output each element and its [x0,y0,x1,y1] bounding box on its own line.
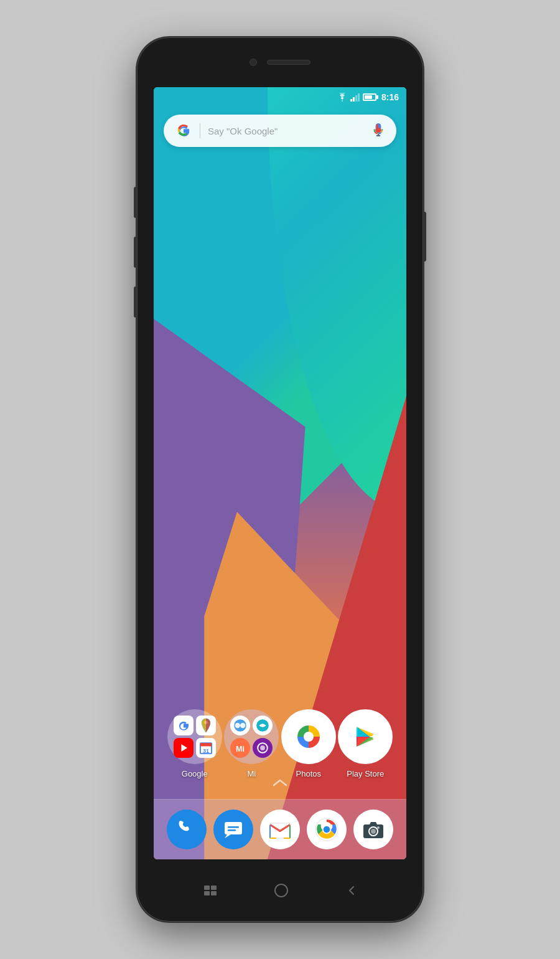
mi-folder[interactable]: Mi Mi [224,709,279,778]
photos-label: Photos [296,769,321,778]
svg-rect-3 [358,93,360,102]
battery-icon [363,93,376,101]
svg-point-14 [235,723,240,728]
svg-rect-11 [200,743,212,746]
maps-app-icon[interactable] [196,716,216,735]
status-time: 8:16 [381,92,399,102]
bottom-dock [154,800,406,859]
home-button[interactable] [274,884,288,897]
svg-rect-43 [211,886,217,890]
chrome-app[interactable] [307,810,347,849]
mic-icon[interactable] [370,123,386,139]
svg-rect-24 [225,822,242,834]
svg-text:31: 31 [203,748,209,754]
status-bar: 8:16 [154,87,406,107]
mi-app4-icon[interactable] [253,738,273,758]
google-search-bar[interactable]: Say "Ok Google" [164,115,396,147]
phone-device: 8:16 Say "Ok Google" [137,37,423,922]
phone-nav-bar [137,859,423,922]
svg-marker-9 [181,744,187,752]
svg-rect-0 [350,99,352,102]
mi-folder-icon[interactable]: Mi [224,709,279,764]
google-folder-icon[interactable]: 31 [167,709,222,764]
google-logo [174,121,194,141]
photos-app[interactable]: Photos [281,709,336,778]
svg-rect-44 [204,891,210,895]
svg-point-40 [371,829,376,834]
svg-rect-46 [275,884,287,897]
svg-text:Mi: Mi [236,745,245,754]
signal-icon [350,93,360,102]
youtube-app-icon[interactable] [174,738,194,758]
search-placeholder: Say "Ok Google" [208,126,370,136]
svg-marker-25 [225,834,231,838]
svg-point-19 [260,745,265,750]
phone-app[interactable] [167,810,207,849]
search-divider [200,123,200,138]
app-drawer-arrow[interactable] [271,777,289,791]
mi-app2-icon[interactable] [253,716,273,735]
calendar-app-icon[interactable]: 31 [196,738,216,758]
play-store-icon[interactable] [338,709,393,764]
google-folder[interactable]: 31 Google [167,709,222,778]
gmail-app[interactable] [260,810,300,849]
svg-rect-42 [204,886,210,890]
back-button[interactable] [345,884,357,897]
svg-point-21 [304,732,314,742]
svg-rect-2 [355,95,357,102]
svg-rect-1 [353,97,355,102]
camera-app[interactable] [353,810,393,849]
play-store-app[interactable]: Play Store [338,709,393,778]
recent-apps-button[interactable] [203,884,218,897]
speaker-grill [267,60,310,65]
svg-rect-27 [228,829,236,831]
phone-screen: 8:16 Say "Ok Google" [154,87,406,859]
google-app-icon[interactable] [174,716,194,735]
mi-app1-icon[interactable] [230,716,250,735]
svg-rect-26 [228,826,239,828]
app-grid: 31 Google [154,709,406,778]
mi-app3-icon[interactable]: Mi [230,738,250,758]
mi-folder-label: Mi [247,769,256,778]
photos-icon[interactable] [281,709,336,764]
play-store-label: Play Store [347,769,384,778]
svg-point-41 [377,826,380,829]
svg-point-15 [240,723,245,728]
wifi-icon [337,93,348,102]
svg-rect-45 [211,891,217,895]
phone-top-bar [137,37,423,87]
messages-app[interactable] [213,810,253,849]
front-camera [250,59,257,66]
google-folder-label: Google [182,769,208,778]
